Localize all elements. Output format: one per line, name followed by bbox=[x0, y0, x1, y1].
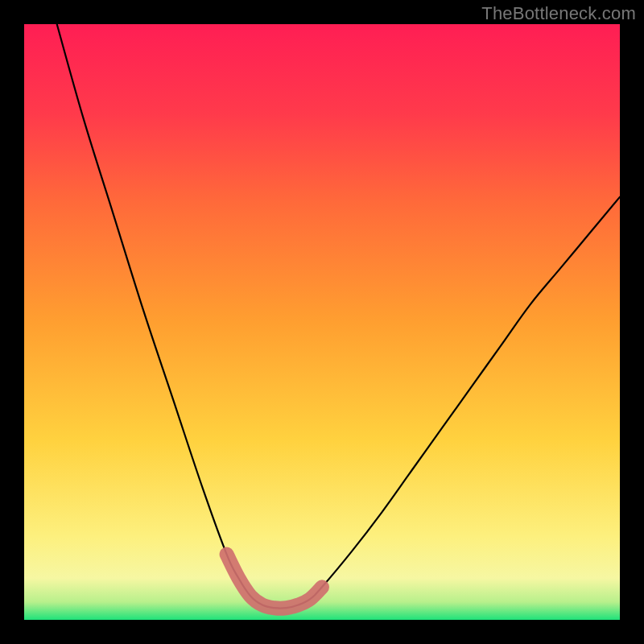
bottleneck-chart bbox=[24, 24, 620, 620]
chart-frame: TheBottleneck.com bbox=[0, 0, 644, 644]
watermark: TheBottleneck.com bbox=[481, 3, 636, 24]
chart-background bbox=[24, 24, 620, 620]
